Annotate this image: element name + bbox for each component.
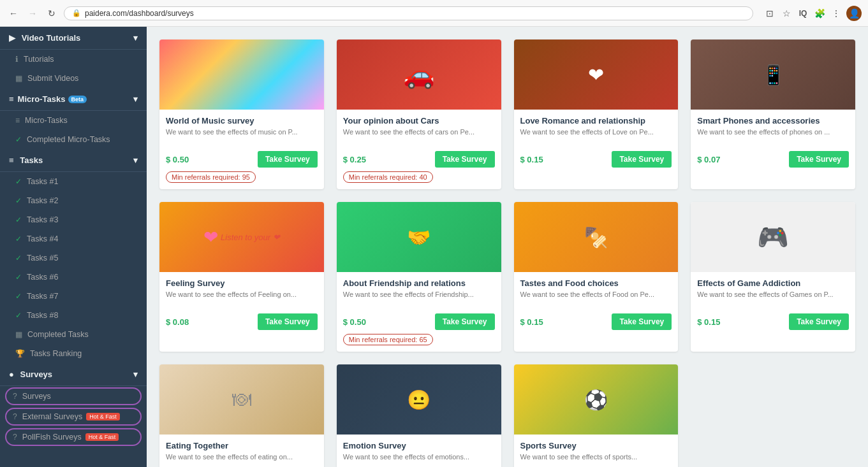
tasks5-label: Tasks #5 (27, 254, 58, 262)
sidebar-item-tasks-ranking[interactable]: 🏆 Tasks Ranking (0, 344, 147, 363)
external-surveys-label: External Surveys (22, 412, 82, 421)
back-button[interactable]: ← (6, 6, 20, 20)
micro-tasks-link-label: Micro-Tasks (25, 116, 68, 125)
take-survey-btn-tastes-food[interactable]: Take Survey (612, 313, 672, 330)
card-price-world-of-music: $ 0.50 (166, 155, 189, 164)
surveys-section-label: Surveys (20, 370, 52, 379)
card-title-emotion-survey: Emotion Survey (343, 441, 495, 450)
sidebar-section-micro-tasks[interactable]: ≡ Micro-Tasks Beta ▾ (0, 88, 147, 111)
min-referrals-world-of-music: Min referrals required: 95 (166, 171, 256, 183)
menu-icon[interactable]: ⋮ (830, 7, 842, 20)
survey-card-about-friendship: 🤝 About Friendship and relations We want… (337, 202, 501, 352)
sidebar-item-tasks1[interactable]: ✓ Tasks #1 (0, 172, 147, 191)
sidebar-item-tasks8[interactable]: ✓ Tasks #8 (0, 306, 147, 325)
sidebar-item-tasks5[interactable]: ✓ Tasks #5 (0, 248, 147, 268)
card-title-eating-together: Eating Together (166, 441, 318, 450)
pollfish-icon: ? (13, 433, 17, 442)
sidebar-item-tutorials[interactable]: ℹ Tutorials (0, 50, 147, 69)
survey-card-your-opinion-cars: 🚗 Your opinion about Cars We want to see… (337, 40, 501, 189)
sidebar-item-micro-tasks[interactable]: ≡ Micro-Tasks (0, 111, 147, 130)
card-body-feeling-survey: Feeling Survey We want to see the effect… (159, 272, 324, 336)
card-image-tastes-food: 🍢 (514, 202, 679, 272)
card-body-emotion-survey: Emotion Survey We want to see the effect… (337, 435, 501, 467)
check-icon: ✓ (15, 135, 22, 144)
sidebar-section-tasks[interactable]: ≡ Tasks ▾ (0, 149, 147, 172)
sidebar: ▶ Video Tutorials ▾ ℹ Tutorials ▦ Submit… (0, 27, 147, 467)
take-survey-btn-about-friendship[interactable]: Take Survey (435, 313, 495, 330)
refresh-button[interactable]: ↻ (45, 6, 59, 20)
list-icon: ≡ (15, 116, 20, 125)
address-bar[interactable]: 🔒 paidera.com/dashboard/surveys (64, 6, 753, 20)
take-survey-btn-smart-phones[interactable]: Take Survey (789, 151, 849, 168)
take-survey-btn-feeling-survey[interactable]: Take Survey (258, 313, 318, 330)
forward-button[interactable]: → (26, 6, 40, 20)
take-survey-btn-world-of-music[interactable]: Take Survey (258, 151, 318, 168)
tasks6-label: Tasks #6 (27, 273, 58, 282)
completed-tasks-label: Completed Tasks (27, 330, 89, 339)
card-image-sports-survey: ⚽ (514, 364, 679, 435)
sidebar-item-tasks6[interactable]: ✓ Tasks #6 (0, 268, 147, 287)
submit-videos-label: Submit Videos (27, 74, 78, 83)
video-tutorials-icon: ▶ (9, 33, 15, 43)
tutorials-label: Tutorials (24, 55, 54, 64)
card-title-about-friendship: About Friendship and relations (343, 278, 495, 288)
card-title-love-romance: Love Romance and relationship (520, 116, 672, 126)
survey-card-game-addiction: 🎮 Effects of Game Addiction We want to s… (691, 202, 855, 352)
card-image-game-addiction: 🎮 (691, 202, 855, 272)
card-price-tastes-food: $ 0.15 (520, 317, 543, 327)
card-desc-feeling-survey: We want to see the effects of Feeling on… (166, 291, 318, 308)
browser-chrome: ← → ↻ 🔒 paidera.com/dashboard/surveys ⊡ … (0, 0, 868, 27)
card-body-tastes-food: Tastes and Food choices We want to see t… (514, 272, 679, 336)
check-icon-t8: ✓ (15, 311, 22, 320)
card-body-sports-survey: Sports Survey We want to see the effects… (514, 435, 679, 467)
card-title-sports-survey: Sports Survey (520, 441, 672, 450)
chart-icon: ▦ (15, 330, 22, 339)
card-footer-love-romance: $ 0.15 Take Survey (520, 151, 672, 168)
hot-badge-pollfish: Hot & Fast (85, 433, 119, 441)
tasks1-label: Tasks #1 (27, 177, 58, 186)
completed-micro-tasks-label: Completed Micro-Tasks (27, 135, 110, 144)
take-survey-btn-your-opinion-cars[interactable]: Take Survey (435, 151, 495, 168)
sidebar-item-tasks4[interactable]: ✓ Tasks #4 (0, 229, 147, 248)
sidebar-section-surveys[interactable]: ● Surveys ▾ (0, 363, 147, 386)
iq-icon[interactable]: IQ (797, 7, 809, 20)
check-icon-t6: ✓ (15, 273, 22, 282)
check-icon-t2: ✓ (15, 196, 22, 205)
survey-card-world-of-music: World of Music survey We want to see the… (159, 40, 324, 189)
take-survey-btn-game-addiction[interactable]: Take Survey (789, 313, 849, 330)
browser-toolbar: ⊡ ☆ IQ 🧩 ⋮ 👤 (763, 6, 862, 21)
extension-icon[interactable]: 🧩 (813, 7, 826, 20)
sidebar-item-surveys[interactable]: ? Surveys (5, 387, 142, 405)
tasks3-label: Tasks #3 (27, 215, 58, 224)
sidebar-item-external-surveys[interactable]: ? External Surveys Hot & Fast (5, 408, 142, 426)
card-price-game-addiction: $ 0.15 (697, 317, 720, 327)
card-body-your-opinion-cars: Your opinion about Cars We want to see t… (337, 110, 501, 189)
surveys-link-label: Surveys (22, 392, 51, 401)
chevron-icon2: ▾ (133, 94, 138, 104)
sidebar-item-pollfish[interactable]: ? PollFish Surveys Hot & Fast (5, 428, 142, 446)
check-icon-t4: ✓ (15, 234, 22, 243)
card-desc-emotion-survey: We want to see the effects of emotions..… (343, 453, 495, 467)
sidebar-item-submit-videos[interactable]: ▦ Submit Videos (0, 69, 147, 88)
card-image-eating-together: 🍽 (159, 364, 324, 435)
card-footer-smart-phones: $ 0.07 Take Survey (697, 151, 849, 168)
star-icon[interactable]: ☆ (780, 7, 793, 20)
sidebar-item-tasks3[interactable]: ✓ Tasks #3 (0, 210, 147, 229)
tasks-label: Tasks (20, 155, 43, 165)
profile-icon[interactable]: 👤 (846, 6, 862, 21)
card-desc-tastes-food: We want to see the effects of Food on Pe… (520, 291, 672, 308)
video-tutorials-label: Video Tutorials (22, 33, 81, 43)
sidebar-section-video-tutorials[interactable]: ▶ Video Tutorials ▾ (0, 27, 147, 50)
sidebar-item-completed-micro-tasks[interactable]: ✓ Completed Micro-Tasks (0, 130, 147, 149)
card-image-about-friendship: 🤝 (337, 202, 501, 272)
sidebar-item-completed-tasks[interactable]: ▦ Completed Tasks (0, 325, 147, 344)
sidebar-item-tasks7[interactable]: ✓ Tasks #7 (0, 287, 147, 306)
card-footer-world-of-music: $ 0.50 Take Survey (166, 151, 318, 168)
take-survey-btn-love-romance[interactable]: Take Survey (612, 151, 672, 168)
main-content: World of Music survey We want to see the… (147, 27, 868, 467)
chevron-icon: ▾ (133, 33, 138, 43)
tasks7-label: Tasks #7 (27, 292, 58, 301)
card-title-world-of-music: World of Music survey (166, 116, 318, 126)
sidebar-item-tasks2[interactable]: ✓ Tasks #2 (0, 191, 147, 210)
screenshot-icon[interactable]: ⊡ (763, 7, 776, 20)
